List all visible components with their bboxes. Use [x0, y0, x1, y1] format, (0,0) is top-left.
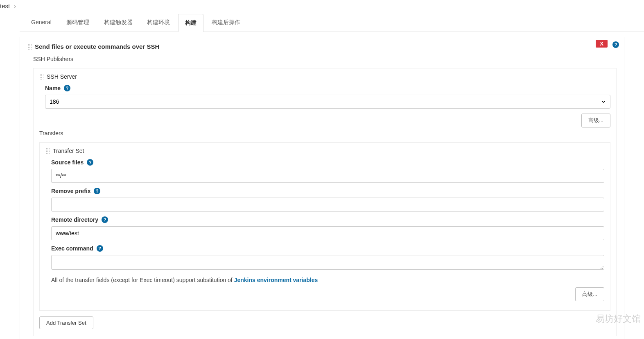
- help-icon[interactable]: ?: [97, 245, 103, 252]
- ssh-server-title: SSH Server: [39, 73, 610, 80]
- transfer-set-group: Transfer Set Source files ? Remove prefi…: [39, 142, 610, 311]
- add-transfer-row: Add Transfer Set: [39, 316, 610, 329]
- remove-prefix-input[interactable]: [51, 198, 604, 212]
- tabs: General 源码管理 构建触发器 构建环境 构建 构建后操作: [20, 14, 644, 32]
- source-files-label: Source files ?: [51, 159, 604, 166]
- env-variables-link[interactable]: Jenkins environment variables: [234, 277, 318, 283]
- source-files-input[interactable]: [51, 169, 604, 183]
- exec-command-textarea[interactable]: [51, 255, 604, 270]
- drag-handle-icon[interactable]: [27, 43, 32, 50]
- breadcrumb: test ›: [0, 0, 644, 14]
- transfer-set-title: Transfer Set: [45, 148, 604, 154]
- tab-general[interactable]: General: [25, 14, 58, 30]
- breadcrumb-item[interactable]: test: [0, 2, 10, 9]
- remote-dir-label: Remote directory ?: [51, 216, 604, 223]
- section-title: Send files or execute commands over SSH: [27, 43, 617, 50]
- ssh-section: X ? Send files or execute commands over …: [20, 37, 624, 339]
- breadcrumb-separator: ›: [14, 2, 16, 9]
- help-icon[interactable]: ?: [612, 41, 619, 48]
- remote-dir-field: Remote directory ?: [51, 216, 604, 240]
- name-select[interactable]: 186: [45, 95, 610, 109]
- tab-env[interactable]: 构建环境: [140, 14, 176, 31]
- advanced-button[interactable]: 高级...: [575, 287, 604, 301]
- source-files-field: Source files ?: [51, 159, 604, 183]
- transfer-advanced-row: 高级...: [45, 287, 604, 301]
- ssh-publishers-label: SSH Publishers: [33, 56, 617, 62]
- add-transfer-set-button[interactable]: Add Transfer Set: [39, 316, 93, 329]
- tab-build[interactable]: 构建: [178, 14, 203, 32]
- help-icon[interactable]: ?: [102, 216, 108, 223]
- ssh-server-group: SSH Server Name ? 186 高级... Transfers Tr…: [33, 68, 617, 336]
- help-icon[interactable]: ?: [87, 159, 93, 166]
- exec-command-label: Exec command ?: [51, 245, 604, 252]
- help-icon[interactable]: ?: [64, 85, 70, 91]
- content: X ? Send files or execute commands over …: [0, 32, 644, 339]
- drag-handle-icon[interactable]: [45, 148, 50, 154]
- ssh-advanced-row: 高级...: [39, 114, 610, 127]
- drag-handle-icon[interactable]: [39, 73, 43, 80]
- tab-postbuild[interactable]: 构建后操作: [205, 14, 247, 31]
- remove-prefix-field: Remove prefix ?: [51, 188, 604, 212]
- exec-command-field: Exec command ?: [51, 245, 604, 271]
- transfers-label: Transfers: [39, 130, 610, 137]
- transfer-hint: All of the transfer fields (except for E…: [51, 277, 604, 283]
- name-field: Name ? 186: [45, 85, 610, 109]
- help-icon[interactable]: ?: [94, 188, 100, 194]
- tab-triggers[interactable]: 构建触发器: [97, 14, 139, 31]
- advanced-button[interactable]: 高级...: [581, 114, 610, 127]
- remote-dir-input[interactable]: [51, 226, 604, 240]
- tab-scm[interactable]: 源码管理: [60, 14, 96, 31]
- name-label: Name ?: [45, 85, 610, 91]
- remove-prefix-label: Remove prefix ?: [51, 188, 604, 194]
- delete-button[interactable]: X: [596, 40, 608, 48]
- section-title-text: Send files or execute commands over SSH: [35, 43, 159, 50]
